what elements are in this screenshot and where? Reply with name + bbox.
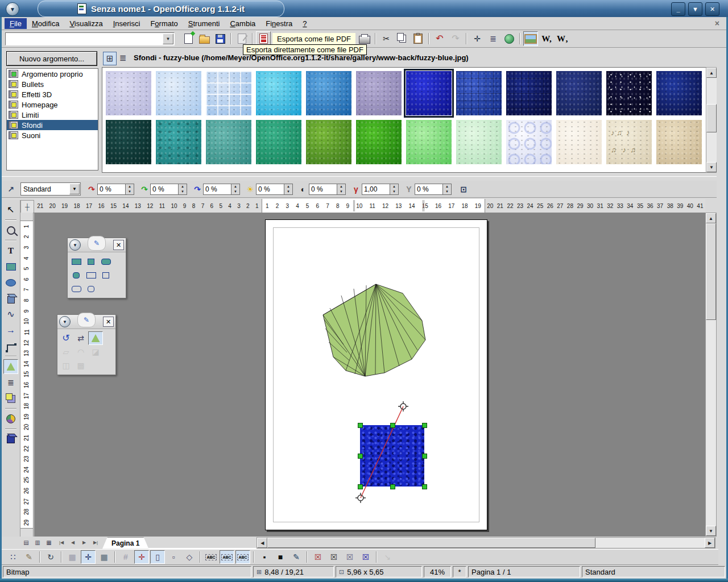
- text-placeholder-icon[interactable]: ☒: [342, 550, 357, 564]
- new-theme-button[interactable]: Nuovo argomento...: [6, 51, 97, 66]
- selection-handle[interactable]: [358, 484, 363, 489]
- copy-icon[interactable]: [395, 31, 410, 46]
- set-in-circle-icon[interactable]: ◠: [73, 345, 88, 359]
- graphics-filter-icon[interactable]: ↗: [5, 185, 16, 194]
- spin-up-icon[interactable]: ▲: [126, 184, 134, 189]
- gallery-theme-suoni[interactable]: Suoni: [7, 130, 98, 140]
- snap-to-margins-icon[interactable]: ▯: [150, 550, 165, 564]
- close-document-icon[interactable]: ×: [715, 19, 719, 28]
- rounded-square-filled-icon[interactable]: [69, 268, 84, 282]
- scroll-up-icon[interactable]: ▲: [706, 68, 717, 78]
- redo-icon[interactable]: ↷: [448, 31, 463, 46]
- rectangle-filled-icon[interactable]: [69, 255, 84, 268]
- canvas-vscroll-thumb[interactable]: [706, 223, 716, 320]
- first-page-button[interactable]: |◀: [56, 538, 67, 548]
- glue-points-icon[interactable]: ✎: [22, 550, 36, 564]
- gallery-thumbnail-water-blue[interactable]: [306, 71, 351, 115]
- connector-tool[interactable]: [3, 339, 18, 354]
- scroll-down-icon[interactable]: ▼: [706, 526, 716, 536]
- rotate-3d-icon[interactable]: [88, 331, 103, 345]
- hscroll-thumb[interactable]: [267, 538, 595, 548]
- spin-up-icon[interactable]: ▲: [337, 184, 345, 189]
- crop-icon[interactable]: ⊡: [458, 185, 469, 194]
- gallery-thumbnail-teal-drops[interactable]: [156, 120, 201, 164]
- blue-channel-value[interactable]: 0 %: [203, 184, 231, 195]
- brightness-value[interactable]: 0 %: [256, 184, 284, 195]
- undo-icon[interactable]: ↶: [432, 31, 447, 46]
- spin-up-icon[interactable]: ▲: [179, 184, 187, 189]
- stylist-icon[interactable]: ≣: [486, 31, 500, 46]
- paste-icon[interactable]: [411, 31, 425, 46]
- lines-arrows-tool[interactable]: →: [3, 323, 18, 338]
- snap-to-object-border-icon[interactable]: ▫: [166, 550, 181, 564]
- gallery-thumbnail-water-cyan[interactable]: [256, 71, 301, 115]
- list-view-button[interactable]: ≣: [117, 52, 129, 64]
- page-mode-button[interactable]: ▤: [21, 538, 31, 548]
- new-document-icon[interactable]: [181, 31, 196, 46]
- alignment-tool[interactable]: ≣: [3, 375, 18, 390]
- gallery-thumbnail-pastel-rings[interactable]: [506, 120, 552, 164]
- drawing-canvas[interactable]: [34, 213, 705, 537]
- gallery-thumbnail-sand[interactable]: [656, 120, 702, 164]
- red-channel-spinner[interactable]: 0 %▲▼: [97, 184, 134, 195]
- palette-edit-icon[interactable]: ✎: [77, 313, 96, 327]
- rounded-square-outline-icon[interactable]: [84, 282, 98, 296]
- 3d-lathe-object[interactable]: [316, 276, 430, 377]
- selection-handle[interactable]: [358, 454, 363, 459]
- large-handles-icon[interactable]: ■: [273, 550, 288, 564]
- gallery-thumbnail-dark-teal-stucco[interactable]: [106, 120, 151, 164]
- perspective-icon[interactable]: ◪: [88, 345, 103, 359]
- snap-to-grid-icon[interactable]: ✛: [81, 550, 96, 564]
- gallery-thumbnail-blue-mosaic[interactable]: [456, 71, 502, 115]
- line-placeholder-icon[interactable]: ☒: [358, 550, 373, 564]
- last-page-button[interactable]: ▶|: [90, 538, 101, 548]
- red-channel-value[interactable]: 0 %: [97, 184, 125, 195]
- palette-menu-icon[interactable]: ▼: [69, 239, 81, 251]
- spin-down-icon[interactable]: ▼: [179, 189, 187, 194]
- show-snap-lines-icon[interactable]: #: [118, 550, 133, 564]
- spin-down-icon[interactable]: ▼: [337, 189, 345, 194]
- selection-handle[interactable]: [422, 484, 427, 489]
- menu-inserisci[interactable]: Inserisci: [108, 18, 146, 29]
- gallery-thumbnail-dark-blue-swirl[interactable]: [656, 71, 702, 115]
- transparency-value[interactable]: 0 %: [415, 184, 442, 195]
- scroll-up-icon[interactable]: ▲: [706, 213, 716, 223]
- select-text-area-icon[interactable]: ABC: [220, 550, 234, 564]
- selection-handle[interactable]: [422, 454, 427, 459]
- horizontal-ruler[interactable]: 212019181716151413121110987654321 123456…: [34, 199, 705, 213]
- square-filled-icon[interactable]: [84, 255, 98, 268]
- gallery-scrollbar[interactable]: ▲ ▼: [706, 67, 717, 173]
- spin-up-icon[interactable]: ▲: [231, 184, 239, 189]
- gallery-thumbnail-blue-tiles[interactable]: [206, 71, 251, 115]
- blue-channel-spinner[interactable]: 0 %▲▼: [203, 184, 240, 195]
- gallery-thumbnail-clouds-pale-blue[interactable]: [156, 71, 201, 115]
- gallery-theme-argomento-proprio[interactable]: Argomento proprio: [7, 69, 98, 79]
- 3d-controller-tool[interactable]: [3, 432, 18, 447]
- word-custom-2-icon[interactable]: W‚: [555, 31, 570, 46]
- open-icon[interactable]: [197, 31, 212, 46]
- gallery-thumbnail-green-leaves[interactable]: [356, 120, 402, 164]
- gallery-thumbnail-teal-plaster[interactable]: [206, 120, 251, 164]
- gallery-thumbnail-navy-fabric[interactable]: [556, 71, 602, 115]
- menu-strumenti[interactable]: Strumenti: [183, 18, 225, 29]
- gallery-theme-bullets[interactable]: Bullets: [7, 79, 98, 89]
- palette-edit-icon[interactable]: ✎: [88, 236, 106, 251]
- cut-icon[interactable]: ✂: [379, 31, 394, 46]
- shade-button[interactable]: ▼: [688, 2, 702, 16]
- background-mode-button[interactable]: ▥: [32, 538, 43, 548]
- navigator-icon[interactable]: ✛: [470, 31, 485, 46]
- 3d-objects-tool[interactable]: [3, 291, 18, 306]
- hyperlink-icon[interactable]: [502, 31, 516, 46]
- menu-formato[interactable]: Formato: [145, 18, 183, 29]
- curve-tool[interactable]: ∿: [3, 307, 18, 322]
- layer-mode-button[interactable]: ▦: [44, 538, 54, 548]
- palette-close-icon[interactable]: ✕: [103, 317, 114, 327]
- menu-modifica[interactable]: Modifica: [27, 18, 64, 29]
- show-grid-icon[interactable]: ▦: [65, 550, 80, 564]
- status-zoom[interactable]: 41%: [424, 566, 451, 577]
- close-button[interactable]: ✕: [705, 2, 719, 16]
- menu-visualizza[interactable]: Visualizza: [64, 18, 107, 29]
- word-custom-1-icon[interactable]: W,: [539, 31, 554, 46]
- gallery-theme-homepage[interactable]: Homepage: [7, 99, 98, 110]
- contour-placeholder-icon[interactable]: ☒: [326, 550, 341, 564]
